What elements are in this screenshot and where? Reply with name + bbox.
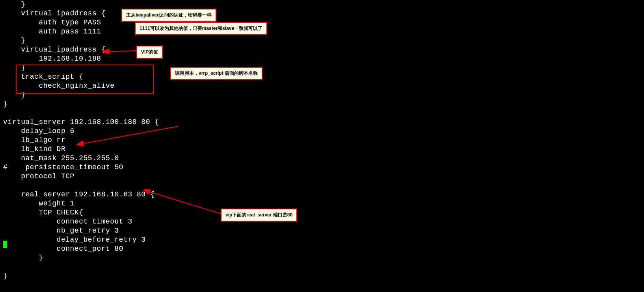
terminal-cursor	[3, 241, 7, 248]
note-realserver: vip下面的real_server 端口是80	[221, 209, 297, 222]
svg-line-3	[149, 192, 221, 214]
note-vip: VIP的值	[136, 46, 163, 59]
note-script: 调用脚本，vrrp_script 后面的脚本名称	[170, 67, 262, 80]
highlight-track-script	[16, 65, 154, 94]
note-authpass: 1111可以改为其他的值，只要master和slave一致就可以了	[135, 22, 267, 35]
note-auth: 主从keepalived之间的认证，密码要一样	[121, 9, 216, 22]
config-code: } virtual_ipaddress { auth_type PASS aut…	[3, 0, 159, 281]
